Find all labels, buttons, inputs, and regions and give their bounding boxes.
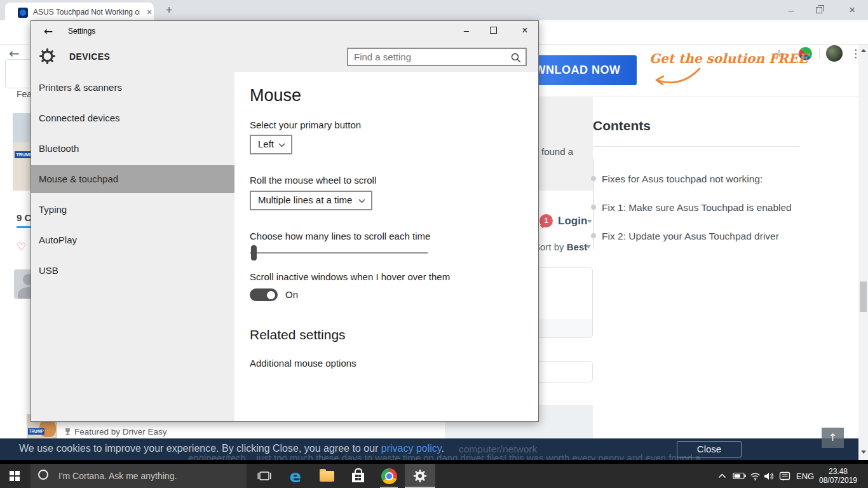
chevron-down-icon xyxy=(278,143,285,147)
settings-close-button[interactable]: × xyxy=(515,21,534,40)
task-view-button[interactable] xyxy=(249,464,280,488)
sidebar-item-connected[interactable]: Connected devices xyxy=(31,104,234,132)
primary-button-dropdown[interactable]: Left xyxy=(250,135,292,154)
cookie-message: We use cookies to improve your experienc… xyxy=(19,443,444,454)
lines-label: Choose how many lines to scroll each tim… xyxy=(250,231,430,241)
chrome-icon xyxy=(381,468,397,484)
tab-close-icon[interactable]: × xyxy=(144,6,155,18)
new-tab-button[interactable]: + xyxy=(161,3,177,18)
wheel-label: Roll the mouse wheel to scroll xyxy=(250,175,376,186)
taskbar: I'm Cortana. Ask me anything. e xyxy=(0,464,868,488)
tab-favicon-icon xyxy=(18,8,28,18)
browser-restore-icon[interactable] xyxy=(816,7,822,13)
cortana-search-box[interactable]: I'm Cortana. Ask me anything. xyxy=(31,464,247,488)
settings-taskbar-button[interactable] xyxy=(405,464,435,488)
sidebar-item-mouse-touchpad[interactable]: Mouse & touchpad xyxy=(31,165,234,193)
sort-caret-icon[interactable] xyxy=(586,245,591,248)
scrollbar-thumb[interactable] xyxy=(860,281,867,312)
settings-maximize-button[interactable] xyxy=(490,27,497,34)
contents-link[interactable]: Fix 2: Update your Asus Touchpad driver xyxy=(602,231,779,242)
clock-date: 08/07/2019 xyxy=(818,476,858,485)
promo-text: Get the solution FREE xyxy=(649,51,808,66)
related-settings-heading: Related settings xyxy=(250,327,346,342)
screen: ASUS Touchpad Not Working on × + – × ← ☆… xyxy=(0,0,868,488)
lines-slider-track[interactable] xyxy=(250,252,428,254)
wheel-dropdown[interactable]: Multiple lines at a time xyxy=(250,191,372,210)
battery-indicator[interactable] xyxy=(733,464,747,488)
action-center-icon xyxy=(779,471,790,481)
browser-minimize-button[interactable]: – xyxy=(776,0,806,20)
contents-divider xyxy=(593,146,799,147)
sidebar-item-autoplay[interactable]: AutoPlay xyxy=(31,226,234,254)
privacy-policy-link[interactable]: privacy policy xyxy=(381,443,442,454)
tab-title: ASUS Touchpad Not Working on xyxy=(33,8,140,17)
login-caret-icon[interactable] xyxy=(587,220,592,223)
volume-indicator[interactable] xyxy=(764,464,775,488)
contents-bullet xyxy=(591,233,596,238)
chevron-down-icon xyxy=(358,199,365,203)
contents-heading: Contents xyxy=(593,118,651,133)
lines-slider-thumb[interactable] xyxy=(251,245,257,261)
start-button[interactable] xyxy=(0,464,31,488)
settings-window: ← Settings – × DEVICES xyxy=(31,20,539,422)
recommend-heart-icon[interactable]: ♡ xyxy=(17,240,26,253)
featured-by-label: Featured by Driver Easy xyxy=(74,427,167,437)
sidebar-item-usb[interactable]: USB xyxy=(31,257,234,285)
settings-search-input[interactable] xyxy=(348,49,526,65)
settings-window-title: Settings xyxy=(68,27,95,36)
thumbnail-tag: TRUMP xyxy=(28,428,44,435)
chrome-taskbar-button[interactable] xyxy=(374,464,404,488)
clock-time: 23.48 xyxy=(818,467,858,476)
sidebar-item-bluetooth[interactable]: Bluetooth xyxy=(31,135,234,163)
sidebar-item-printers[interactable]: Printers & scanners xyxy=(31,74,234,102)
edge-icon: e xyxy=(290,468,301,485)
inactive-scroll-label: Scroll inactive windows when I hover ove… xyxy=(250,271,450,282)
wifi-indicator[interactable] xyxy=(750,464,761,488)
settings-back-icon[interactable]: ← xyxy=(40,23,57,39)
settings-search-box xyxy=(347,48,527,66)
cortana-placeholder: I'm Cortana. Ask me anything. xyxy=(58,464,177,488)
primary-button-label: Select your primary button xyxy=(250,119,361,130)
wifi-icon xyxy=(750,472,761,480)
action-center-button[interactable] xyxy=(779,464,790,488)
toolbar-divider xyxy=(819,48,820,58)
scroll-to-top-button[interactable]: ↑ xyxy=(822,428,844,448)
inactive-scroll-toggle[interactable] xyxy=(250,288,278,301)
edge-taskbar-button[interactable]: e xyxy=(280,464,311,488)
settings-minimize-button[interactable]: – xyxy=(457,21,476,40)
settings-titlebar: ← Settings – × DEVICES xyxy=(31,21,538,72)
store-taskbar-button[interactable] xyxy=(342,464,373,488)
contents-bullet xyxy=(591,205,596,210)
taskbar-clock[interactable]: 23.48 08/07/2019 xyxy=(818,464,858,488)
language-indicator[interactable]: ENG xyxy=(796,464,814,488)
additional-mouse-options-link[interactable]: Additional mouse options xyxy=(250,358,356,369)
settings-section-title: DEVICES xyxy=(69,51,110,62)
windows-logo-icon xyxy=(10,471,20,481)
speaker-icon xyxy=(764,472,775,480)
task-view-icon xyxy=(257,470,271,482)
scrollbar-up-icon[interactable] xyxy=(861,49,866,52)
contents-link[interactable]: Fix 1: Make sure Asus Touchpad is enable… xyxy=(602,202,792,214)
scrollbar-down-icon[interactable] xyxy=(861,451,866,454)
tray-chevron-button[interactable] xyxy=(718,464,726,488)
browser-profile-avatar[interactable] xyxy=(826,45,843,62)
contents-link[interactable]: Fixes for Asus touchpad not working: xyxy=(602,173,763,185)
toggle-state-label: On xyxy=(285,289,298,300)
search-icon[interactable] xyxy=(510,52,522,64)
browser-tab[interactable]: ASUS Touchpad Not Working on × xyxy=(5,3,154,20)
promo-arrow-icon xyxy=(651,66,702,89)
toggle-knob xyxy=(267,291,275,299)
browser-scrollbar[interactable] xyxy=(858,44,868,460)
sidebar-item-typing[interactable]: Typing xyxy=(31,196,234,224)
file-explorer-taskbar-button[interactable] xyxy=(311,464,342,488)
browser-tab-bar: ASUS Touchpad Not Working on × + – × xyxy=(0,0,868,20)
cortana-icon xyxy=(38,470,48,480)
quote-text-fragment: found a xyxy=(541,146,573,157)
login-button[interactable]: Login xyxy=(558,215,587,227)
browser-close-button[interactable]: × xyxy=(837,0,867,20)
sort-by-dropdown[interactable]: Sort by Best xyxy=(534,241,587,252)
cookie-banner: computer/network engineer/tech... just t… xyxy=(0,438,858,460)
notification-badge: 1 xyxy=(539,214,553,227)
page-title: Mouse xyxy=(250,86,301,105)
cookie-close-button[interactable]: Close xyxy=(677,441,742,458)
